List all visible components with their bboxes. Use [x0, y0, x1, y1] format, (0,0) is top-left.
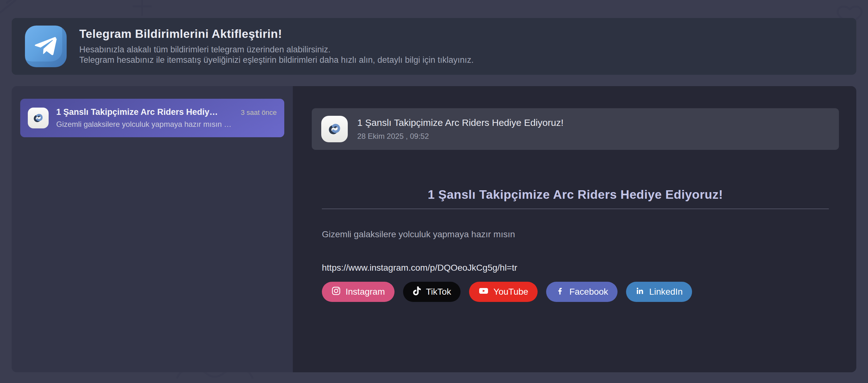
facebook-icon — [556, 286, 564, 298]
notification-item-title: 1 Şanslı Takipçimize Arc Riders Hediy… — [56, 107, 218, 117]
linkedin-icon — [636, 286, 644, 298]
youtube-button-label: YouTube — [493, 287, 528, 297]
itemsatis-logo-icon — [28, 108, 49, 129]
linkedin-button[interactable]: LinkedIn — [626, 282, 692, 302]
banner-title: Telegram Bildirimlerini Aktifleştirin! — [79, 28, 474, 41]
tiktok-button[interactable]: TikTok — [403, 282, 461, 302]
instagram-post-link[interactable]: https://www.instagram.com/p/DQOeoJkCg5g/… — [322, 263, 829, 273]
content-area: 1 Şanslı Takipçimize Arc Riders Hediy… 3… — [12, 86, 856, 372]
detail-header-title: 1 Şanslı Takipçimize Arc Riders Hediye E… — [357, 117, 563, 128]
banner-text: Telegram Bildirimlerini Aktifleştirin! H… — [79, 28, 474, 65]
detail-header-text: 1 Şanslı Takipçimize Arc Riders Hediye E… — [357, 117, 563, 141]
heading-divider — [322, 209, 829, 209]
article-heading: 1 Şanslı Takipçimize Arc Riders Hediye E… — [322, 188, 829, 202]
youtube-button[interactable]: YouTube — [469, 282, 537, 302]
notifications-page: Telegram Bildirimlerini Aktifleştirin! H… — [0, 0, 868, 383]
itemsatis-logo-icon — [321, 116, 348, 142]
notification-item-preview: Gizemli galaksilere yolculuk yapmaya haz… — [56, 120, 277, 129]
notification-item-body: 1 Şanslı Takipçimize Arc Riders Hediy… 3… — [56, 107, 277, 129]
instagram-icon — [331, 286, 341, 298]
notification-article: 1 Şanslı Takipçimize Arc Riders Hediye E… — [312, 188, 839, 302]
detail-header-date: 28 Ekim 2025 , 09:52 — [357, 132, 563, 141]
detail-header-card: 1 Şanslı Takipçimize Arc Riders Hediye E… — [312, 108, 839, 150]
linkedin-button-label: LinkedIn — [649, 287, 683, 297]
notification-item-time: 3 saat önce — [241, 108, 277, 117]
youtube-icon — [478, 286, 489, 298]
notification-item[interactable]: 1 Şanslı Takipçimize Arc Riders Hediy… 3… — [20, 99, 284, 137]
facebook-button[interactable]: Facebook — [546, 282, 618, 302]
telegram-banner[interactable]: Telegram Bildirimlerini Aktifleştirin! H… — [12, 18, 856, 75]
tiktok-button-label: TikTok — [426, 287, 452, 297]
tiktok-icon — [412, 286, 422, 298]
facebook-button-label: Facebook — [569, 287, 608, 297]
notification-detail: 1 Şanslı Takipçimize Arc Riders Hediye E… — [293, 86, 856, 372]
instagram-button-label: Instagram — [346, 287, 385, 297]
instagram-button[interactable]: Instagram — [322, 282, 395, 302]
banner-line-1: Hesabınızla alakalı tüm bildirimleri tel… — [79, 44, 474, 55]
banner-line-2: Telegram hesabınız ile itemsatış üyeliği… — [79, 55, 474, 65]
social-buttons-row: Instagram TikTok — [322, 282, 829, 302]
article-body-text: Gizemli galaksilere yolculuk yapmaya haz… — [322, 229, 829, 239]
telegram-icon — [25, 26, 67, 67]
notification-list: 1 Şanslı Takipçimize Arc Riders Hediy… 3… — [12, 86, 293, 372]
